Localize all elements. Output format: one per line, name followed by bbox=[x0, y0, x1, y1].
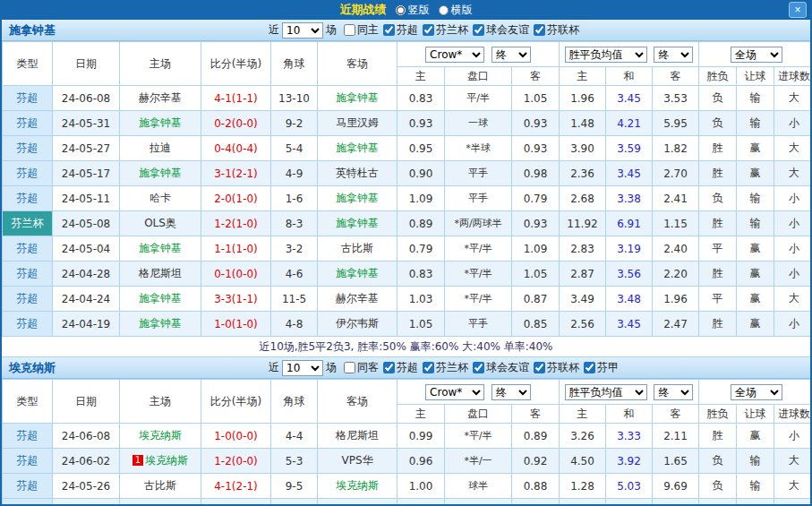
league-filter-checkbox-input[interactable] bbox=[344, 362, 355, 373]
league-filter-checkbox[interactable]: 芬兰杯 bbox=[423, 360, 468, 375]
league-filter-checkbox-input[interactable] bbox=[423, 24, 434, 36]
away-team-cell: 埃克纳斯 bbox=[318, 474, 397, 499]
asia-home-odds-cell: 0.89 bbox=[397, 499, 445, 506]
games-label: 场 bbox=[326, 360, 337, 375]
asia-away-odds-cell: 0.88 bbox=[512, 474, 560, 499]
league-filter-checkbox-input[interactable] bbox=[473, 362, 484, 373]
europe-draw-odds-cell: 4.21 bbox=[606, 111, 653, 136]
col-away: 客场 bbox=[318, 42, 397, 86]
wdl-result-cell: 平 bbox=[699, 287, 737, 312]
league-type-cell: 芬超 bbox=[3, 424, 53, 449]
league-filter-checkbox-input[interactable] bbox=[344, 24, 355, 36]
league-filter-checkbox[interactable]: 球会友谊 bbox=[473, 360, 529, 375]
europe-odds-select[interactable]: 胜平负均值 bbox=[565, 384, 647, 400]
league-filter-checkbox[interactable]: 芬兰杯 bbox=[423, 22, 468, 38]
league-filter-checkbox-input[interactable] bbox=[473, 24, 484, 36]
corner-cell: 5-4 bbox=[271, 136, 318, 161]
handicap-result-cell: 赢 bbox=[737, 312, 774, 337]
filter-bar: 近 10 场 同客芬超芬兰杯球会友谊芬联杯芬甲 bbox=[269, 360, 619, 376]
match-row: 芬超24-05-26古比斯4-1(2-1)9-5埃克纳斯1.00球半0.881.… bbox=[3, 474, 812, 499]
col-type: 类型 bbox=[3, 380, 53, 424]
asia-stage-select[interactable]: 终 bbox=[491, 384, 531, 400]
away-team-cell: 伊尔韦斯 bbox=[318, 312, 397, 337]
corner-cell: 9-5 bbox=[271, 474, 318, 499]
europe-stage-select[interactable]: 终 bbox=[654, 47, 693, 63]
col-asia-line: 盘口 bbox=[445, 67, 512, 86]
col-type: 类型 bbox=[3, 42, 53, 86]
league-filter-checkbox[interactable]: 同主 bbox=[344, 22, 379, 38]
col-corner: 角球 bbox=[271, 42, 318, 86]
layout-radio[interactable]: 横版 bbox=[439, 3, 473, 18]
match-row: 芬超24-05-11哈卡2-0(1-0)1-6施拿钟基1.09平手0.792.6… bbox=[3, 186, 812, 211]
asia-stage-select[interactable]: 终 bbox=[491, 47, 531, 63]
asia-away-odds-cell: 1.05 bbox=[512, 86, 560, 111]
match-row: 芬超24-06-08埃克纳斯1-0(0-0)4-4格尼斯坦0.99*平/半0.8… bbox=[3, 424, 812, 449]
league-filter-checkbox[interactable]: 芬联杯 bbox=[534, 22, 579, 38]
league-filter-checkbox-input[interactable] bbox=[383, 24, 395, 36]
europe-draw-odds-cell: 3.19 bbox=[606, 236, 653, 262]
asia-handicap-line-cell: *平/半 bbox=[445, 424, 512, 449]
asia-home-odds-cell: 0.96 bbox=[397, 449, 445, 474]
match-date-cell: 24-05-31 bbox=[53, 111, 120, 136]
away-team-cell: 马里汉姆 bbox=[318, 111, 397, 136]
match-date-cell: 24-05-08 bbox=[53, 211, 120, 236]
away-team-cell: 施拿钟基 bbox=[318, 136, 397, 161]
europe-stage-select[interactable]: 终 bbox=[654, 384, 693, 400]
asia-away-odds-cell: 0.93 bbox=[512, 111, 560, 136]
goals-result-cell: 大 bbox=[774, 161, 812, 186]
match-date-cell: 24-04-28 bbox=[53, 262, 120, 287]
league-filter-checkbox[interactable]: 球会友谊 bbox=[473, 22, 529, 38]
close-button[interactable]: × bbox=[789, 2, 807, 18]
results-table: 类型 日期 主场 比分(半场) 角球 客场 Crow* 终 胜平负均值 终 bbox=[2, 41, 812, 337]
league-filter-checkbox-input[interactable] bbox=[383, 362, 395, 373]
league-filter-checkbox[interactable]: 芬联杯 bbox=[534, 360, 579, 375]
asia-away-odds-cell: 0.85 bbox=[512, 312, 560, 337]
league-type-cell: 芬超 bbox=[3, 312, 53, 337]
europe-draw-odds-cell: 6.91 bbox=[606, 211, 653, 236]
corner-cell: 1-6 bbox=[271, 186, 318, 211]
europe-away-odds-cell: 1.82 bbox=[653, 136, 699, 161]
handicap-result-cell: 赢 bbox=[737, 161, 774, 186]
away-team-cell: VPS华 bbox=[318, 449, 397, 474]
score-cell: 1-1(1-0) bbox=[201, 499, 271, 506]
col-date: 日期 bbox=[53, 380, 120, 424]
home-team-cell: 格尼斯坦 bbox=[120, 262, 201, 287]
bookmaker-select[interactable]: Crow* bbox=[425, 47, 484, 63]
layout-radio-input[interactable] bbox=[396, 5, 406, 15]
match-row: 芬超24-04-19施拿钟基1-0(1-0)4-8伊尔韦斯1.05平手0.852… bbox=[3, 312, 812, 337]
europe-away-odds-cell: 2.47 bbox=[653, 312, 699, 337]
league-filter-checkbox[interactable]: 芬超 bbox=[383, 360, 418, 375]
scope-select[interactable]: 全场 bbox=[731, 47, 782, 63]
col-europe-draw: 和 bbox=[606, 405, 653, 424]
league-filter-checkbox[interactable]: 芬甲 bbox=[584, 360, 619, 375]
europe-odds-select[interactable]: 胜平负均值 bbox=[565, 47, 647, 63]
bookmaker-select[interactable]: Crow* bbox=[425, 384, 484, 400]
europe-draw-odds-cell: 3.30 bbox=[606, 499, 653, 506]
col-corner: 角球 bbox=[271, 380, 318, 424]
league-filter-checkbox[interactable]: 同客 bbox=[344, 360, 379, 375]
league-filter-checkbox-input[interactable] bbox=[423, 362, 434, 373]
league-filter-checkbox-input[interactable] bbox=[534, 362, 545, 373]
titlebar-center: 近期战绩 竖版横版 bbox=[340, 2, 473, 18]
layout-radio-input[interactable] bbox=[439, 5, 449, 15]
match-count-select[interactable]: 10 bbox=[282, 360, 323, 376]
match-date-cell: 24-05-19 bbox=[53, 499, 120, 506]
match-count-select[interactable]: 10 bbox=[282, 22, 323, 39]
europe-draw-odds-cell: 3.38 bbox=[606, 186, 653, 211]
match-row: 芬超24-04-24施拿钟基3-3(1-1)11-5赫尔辛基1.03*平/半0.… bbox=[3, 287, 812, 312]
scope-select[interactable]: 全场 bbox=[731, 384, 782, 400]
league-filter-checkbox-input[interactable] bbox=[584, 362, 595, 373]
home-team-cell: 拉迪 bbox=[120, 136, 201, 161]
score-cell: 4-1(1-1) bbox=[201, 86, 271, 111]
asia-away-odds-cell: 1.09 bbox=[512, 236, 560, 262]
corner-cell: 11-5 bbox=[271, 287, 318, 312]
league-filter-checkbox-input[interactable] bbox=[534, 24, 545, 36]
europe-away-odds-cell: 5.95 bbox=[653, 111, 699, 136]
match-row: 芬兰杯24-05-08OLS奥1-2(1-0)8-3施拿钟基0.89*两/两球半… bbox=[3, 211, 812, 236]
match-date-cell: 24-04-19 bbox=[53, 312, 120, 337]
europe-away-odds-cell: 1.15 bbox=[653, 211, 699, 236]
league-filter-checkbox[interactable]: 芬超 bbox=[383, 22, 418, 38]
col-score: 比分(半场) bbox=[201, 380, 271, 424]
layout-radio[interactable]: 竖版 bbox=[396, 3, 430, 18]
home-team-cell: 1埃克纳斯 bbox=[120, 499, 201, 506]
